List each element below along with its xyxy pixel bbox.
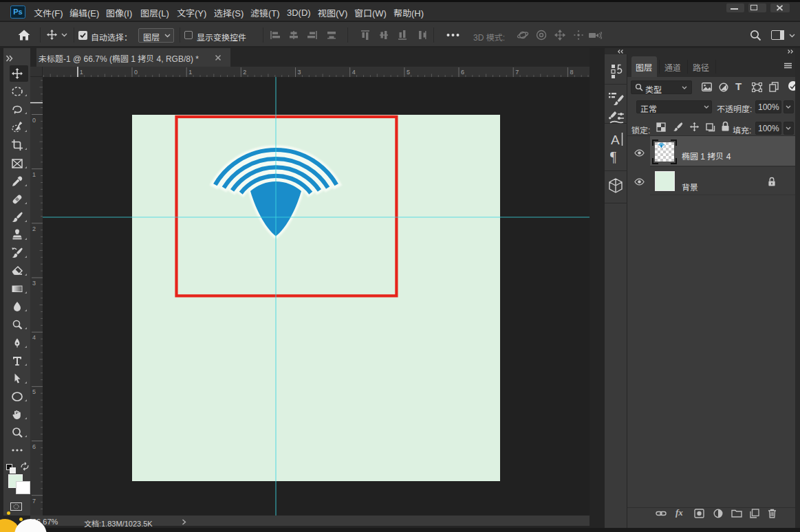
svg-text:5: 5 [407,69,410,76]
svg-text:0: 0 [134,69,138,76]
svg-text:5: 5 [32,388,36,395]
svg-text:¶: ¶ [610,149,616,164]
svg-text:A: A [611,133,620,147]
svg-text:1: 1 [80,69,83,76]
svg-text:0: 0 [32,117,36,124]
svg-text:3: 3 [32,280,36,287]
svg-text:1: 1 [188,69,192,76]
svg-text:8: 8 [570,69,573,76]
svg-text:2: 2 [243,69,246,76]
svg-text:7: 7 [515,69,519,76]
svg-text:4: 4 [352,69,356,76]
svg-text:2: 2 [32,225,36,232]
svg-text:4: 4 [32,334,36,341]
svg-text:6: 6 [461,69,464,76]
svg-text:7: 7 [32,498,36,505]
svg-text:3: 3 [298,69,301,76]
svg-text:1: 1 [32,171,36,178]
svg-text:6: 6 [32,443,36,450]
